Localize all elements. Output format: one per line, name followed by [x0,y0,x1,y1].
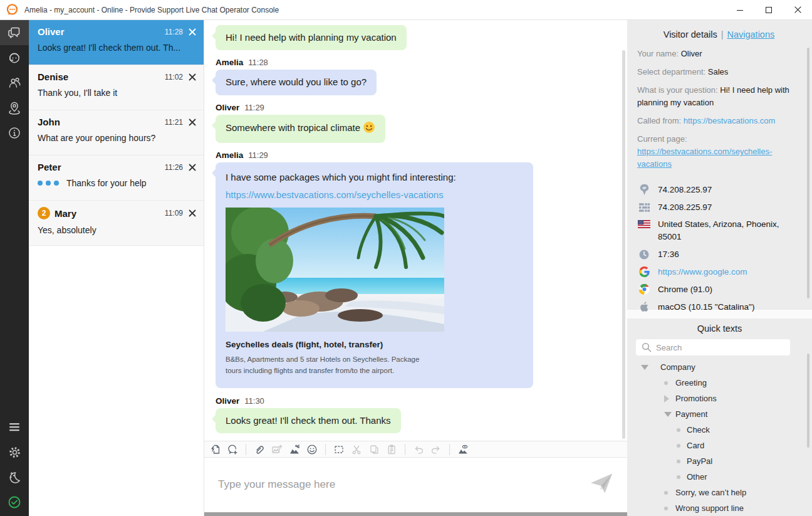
operator-message: Sure, where would you like to go? [216,70,377,95]
tree-item[interactable]: Sorry, we can’t help [636,485,803,500]
cut-icon[interactable] [350,443,363,456]
chat-list-item[interactable]: 2 Mary 11:09 Yes, absolutely [29,201,204,246]
tree-item[interactable]: Other [636,469,803,485]
view-images-icon[interactable] [457,443,469,456]
close-chat-icon[interactable] [189,73,196,81]
sidebar-visitors-icon[interactable] [0,70,29,95]
send-paper-plane-icon[interactable] [590,473,613,497]
triangle-collapsed-icon [664,395,670,403]
close-chat-icon[interactable] [189,118,196,126]
navigations-link[interactable]: Navigations [727,29,774,39]
maximize-button[interactable] [754,0,783,19]
chrome-icon [637,284,651,295]
redo-icon[interactable] [430,443,442,456]
chat-name: John [38,117,60,127]
triangle-expanded-icon [664,412,670,417]
seychelles-beach-photo[interactable] [226,208,444,332]
link-card-description: B&Bs, Apartments and 5 star Hotels on Se… [226,354,421,377]
tree-item[interactable]: PayPal [636,453,803,469]
copy-icon[interactable] [368,443,380,456]
sidebar-settings-gear-icon[interactable] [0,440,29,465]
sidebar-menu-icon[interactable] [0,414,29,440]
quick-texts-section: Quick texts Company Greeting Promotions … [627,319,812,516]
current-page-link[interactable]: https://bestvacations.com/seychelles-vac… [637,147,772,169]
sidebar-info-icon[interactable] [0,120,29,145]
sidebar-online-status-check-icon[interactable] [0,490,29,515]
sender-name: Oliver [216,396,239,406]
chat-list-item[interactable]: Denise 11:02 Thank you, I'll take it [29,65,204,110]
sender-label: Oliver11:29 [216,103,627,112]
visitor-meta-row: Chrome (91.0) [637,283,801,296]
referrer-link[interactable]: https://www.google.com [658,266,747,278]
quick-texts-title: Quick texts [636,324,803,334]
tree-folder[interactable]: Promotions [636,391,803,406]
chat-preview: Thank you, I'll take it [38,88,196,98]
visitor-meta-row: United States, Arizona, Phoenix, 85001 [637,218,801,243]
tree-item[interactable]: Card [636,438,803,453]
chat-list-item[interactable]: John 11:21 What are your opening hours? [29,110,204,155]
horizontal-scrollbar[interactable] [204,512,627,516]
message-composer [204,458,627,512]
search-icon [642,342,652,355]
chat-time: 11:28 [165,28,183,36]
bullet-icon [664,491,670,495]
quick-texts-search-input[interactable] [636,339,790,355]
chat-vertical-scrollbar[interactable] [622,50,625,439]
visitor-message: Hi! I need help with planning my vacatio… [216,25,407,50]
screenshot-icon[interactable] [288,443,301,456]
message-input[interactable] [217,475,568,494]
chat-time: 11:02 [165,73,183,82]
sender-name: Oliver [216,103,239,112]
toolbar-separator [246,444,246,455]
right-panel: Visitor details|Navigations Your name: O… [627,20,812,516]
visitor-message: Somewhere with tropical climate [216,115,385,143]
select-all-icon[interactable] [333,443,345,456]
close-button[interactable] [783,0,812,19]
left-sidebar [0,20,29,516]
quick-texts-scrollbar[interactable] [807,354,809,448]
apple-icon [637,302,651,312]
tree-folder[interactable]: Company [636,359,803,375]
visitor-meta-row: 17:36 [637,248,801,261]
emoji-icon[interactable] [306,443,318,456]
tree-folder[interactable]: Payment [636,406,803,422]
paste-icon[interactable] [385,443,398,456]
bullet-icon [677,444,682,448]
sidebar-operator-headset-icon[interactable] [0,45,29,70]
close-chat-icon[interactable] [189,209,196,217]
chat-list-item[interactable]: Peter 11:26 Thanks for your help [29,155,204,201]
sender-label: Amelia11:29 [216,150,627,160]
chat-name: Oliver [38,26,65,37]
sender-label: Oliver11:30 [216,396,627,406]
visitor-details-scrollbar[interactable] [807,48,809,298]
bullet-icon [677,428,682,432]
sidebar-chats-icon[interactable] [0,20,29,45]
message-time: 11:29 [244,103,264,112]
quick-texts-tree: Company Greeting Promotions Payment Chec… [636,359,803,516]
close-chat-icon[interactable] [189,164,196,171]
attach-file-icon[interactable] [253,443,266,456]
sidebar-geo-location-icon[interactable] [0,95,29,120]
chat-time: 11:26 [165,163,183,172]
minimize-button[interactable] [726,0,754,19]
called-from-link[interactable]: https://bestvacations.com [684,116,776,125]
vacation-link[interactable]: https://www.bestvacations.com/seychelles… [226,189,523,201]
insert-quick-text-icon[interactable] [209,443,221,456]
tree-item[interactable]: Greeting [636,375,803,391]
toolbar-separator [405,444,405,455]
close-chat-icon[interactable] [189,28,196,36]
tree-item[interactable]: Check [636,422,803,438]
undo-icon[interactable] [412,443,425,456]
chat-time: 11:21 [165,118,183,127]
chat-preview: What are your opening hours? [38,133,196,143]
tree-item[interactable]: Wrong support line [636,500,803,516]
link-card-title: Seychelles deals (flight, hotel, transfe… [226,339,523,350]
chat-list-item[interactable]: Oliver 11:28 Looks great! I'll check the… [29,20,204,65]
title-bar: Amelia - my_account - Online - Provide S… [0,0,812,20]
add-quick-text-icon[interactable] [226,443,239,456]
sidebar-night-mode-moon-icon[interactable] [0,465,29,490]
sender-label: Amelia11:28 [216,58,627,67]
unread-count-badge: 2 [38,207,50,219]
send-image-icon[interactable] [271,443,283,456]
window-title: Amelia - my_account - Online - Provide S… [24,6,279,14]
